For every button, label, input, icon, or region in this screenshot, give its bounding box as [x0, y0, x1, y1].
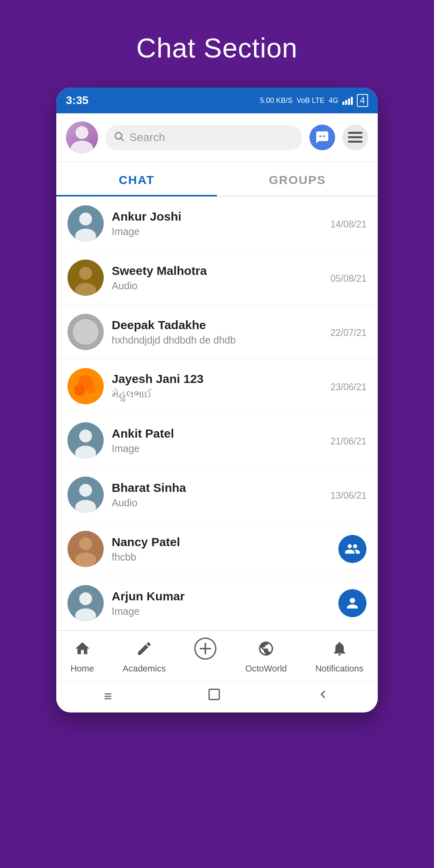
svg-point-0 [76, 126, 88, 139]
chat-date: 22/07/21 [330, 328, 366, 338]
nav-item-add[interactable]: Add [194, 637, 217, 677]
chat-info: Arjun Kumar Image [112, 590, 330, 617]
nav-item-academics[interactable]: Academics [123, 640, 166, 674]
svg-point-2 [115, 132, 122, 139]
nav-item-home[interactable]: Home [70, 640, 94, 674]
chat-info: Bharat Sinha Audio [112, 481, 322, 509]
list-item[interactable]: Jayesh Jani 123 મેહુલભાઈ 23/06/21 [56, 359, 378, 414]
chat-preview: hxhdndjdjd dhdbdh de dhdb [112, 334, 322, 346]
svg-rect-34 [209, 689, 219, 700]
profile-avatar[interactable] [66, 121, 98, 154]
status-icons: 5.00 KB/S VoB LTE 4G 4 [260, 94, 368, 107]
phone-frame: 3:35 5.00 KB/S VoB LTE 4G 4 [56, 88, 378, 712]
svg-point-29 [79, 592, 92, 605]
group-badge-icon [338, 535, 366, 563]
svg-point-26 [79, 537, 92, 550]
page-title: Chat Section [136, 32, 297, 63]
chat-name: Bharat Sinha [112, 481, 322, 495]
home-icon [74, 640, 91, 661]
system-menu-icon[interactable]: ≡ [104, 688, 112, 704]
list-item[interactable]: Sweety Malhotra Audio 05/08/21 [56, 251, 378, 305]
chat-name: Arjun Kumar [112, 590, 330, 603]
battery-icon: 4 [357, 94, 368, 107]
nav-item-octoworld[interactable]: OctoWorld [245, 640, 287, 674]
add-icon [194, 637, 217, 664]
chat-name: Sweety Malhotra [112, 264, 322, 278]
nav-label-notifications: Notifications [315, 663, 364, 674]
svg-point-1 [71, 141, 93, 154]
list-item[interactable]: Arjun Kumar Image [56, 576, 378, 631]
list-item[interactable]: Ankit Patel Image 21/06/21 [56, 414, 378, 468]
app-header: Search [56, 113, 378, 162]
system-back-icon[interactable] [316, 688, 330, 704]
tab-chat[interactable]: CHAT [56, 162, 217, 196]
notifications-icon [331, 640, 348, 661]
avatar [68, 422, 104, 459]
chat-preview: Audio [112, 280, 322, 292]
octoworld-icon [258, 640, 274, 661]
chat-preview: મેહુલભાઈ [112, 388, 322, 400]
chat-preview: Image [112, 226, 322, 237]
academics-icon [136, 640, 153, 661]
chat-info: Sweety Malhotra Audio [112, 264, 322, 292]
svg-point-11 [79, 267, 92, 280]
status-4g: 4G [329, 96, 338, 105]
chat-info: Ankit Patel Image [112, 427, 322, 454]
system-home-icon[interactable] [207, 688, 221, 704]
chat-preview: fhcbb [112, 551, 330, 563]
chat-date: 14/08/21 [330, 219, 366, 230]
nav-label-octoworld: OctoWorld [245, 663, 287, 674]
chat-date: 23/06/21 [330, 382, 366, 393]
bottom-nav: Home Academics Add [56, 631, 378, 681]
chat-info: Deepak Tadakhe hxhdndjdjd dhdbdh de dhdb [112, 318, 322, 346]
chat-name: Ankur Joshi [112, 210, 322, 223]
chat-date: 13/06/21 [330, 490, 366, 501]
status-time: 3:35 [66, 94, 88, 107]
chat-list: Ankur Joshi Image 14/08/21 Sweety Malhot… [56, 197, 378, 631]
status-bar: 3:35 5.00 KB/S VoB LTE 4G 4 [56, 88, 378, 113]
svg-line-3 [121, 138, 123, 141]
list-item[interactable]: Nancy Patel fhcbb [56, 522, 378, 576]
list-item[interactable]: Deepak Tadakhe hxhdndjdjd dhdbdh de dhdb… [56, 305, 378, 359]
nav-label-academics: Academics [123, 663, 166, 674]
chat-date: 05/08/21 [330, 273, 366, 284]
chat-info: Nancy Patel fhcbb [112, 535, 330, 563]
chat-preview: Image [112, 443, 322, 454]
svg-point-27 [75, 553, 96, 567]
chat-info: Jayesh Jani 123 મેહુલભાઈ [112, 372, 322, 400]
svg-point-17 [74, 385, 85, 396]
person-badge-icon [338, 589, 366, 617]
chat-name: Jayesh Jani 123 [112, 372, 322, 386]
status-network: VoB LTE [297, 96, 325, 105]
list-item[interactable]: Bharat Sinha Audio 13/06/21 [56, 468, 378, 522]
svg-rect-4 [348, 132, 362, 134]
svg-rect-5 [348, 136, 362, 138]
svg-point-14 [73, 319, 98, 345]
chat-name: Ankit Patel [112, 427, 322, 440]
avatar [68, 585, 104, 621]
chat-preview: Audio [112, 497, 322, 509]
avatar [68, 205, 104, 242]
avatar [68, 314, 104, 350]
svg-point-23 [79, 484, 92, 497]
avatar [68, 260, 104, 296]
svg-point-18 [86, 384, 96, 394]
avatar [68, 531, 104, 567]
chat-info: Ankur Joshi Image [112, 210, 322, 237]
system-nav-bar: ≡ [56, 681, 378, 712]
chat-preview: Image [112, 606, 330, 617]
menu-icon-button[interactable] [342, 125, 368, 150]
search-icon [113, 131, 125, 145]
chat-date: 21/06/21 [330, 436, 366, 447]
list-item[interactable]: Ankur Joshi Image 14/08/21 [56, 197, 378, 251]
status-speed: 5.00 KB/S [260, 96, 293, 105]
search-bar[interactable]: Search [105, 125, 302, 150]
message-icon-button[interactable] [309, 125, 335, 150]
svg-point-8 [79, 213, 92, 225]
chat-name: Deepak Tadakhe [112, 318, 322, 332]
chat-name: Nancy Patel [112, 535, 330, 549]
tab-bar: CHAT GROUPS [56, 162, 378, 197]
tab-groups[interactable]: GROUPS [217, 162, 378, 196]
nav-item-notifications[interactable]: Notifications [315, 640, 364, 674]
nav-label-home: Home [70, 663, 94, 674]
